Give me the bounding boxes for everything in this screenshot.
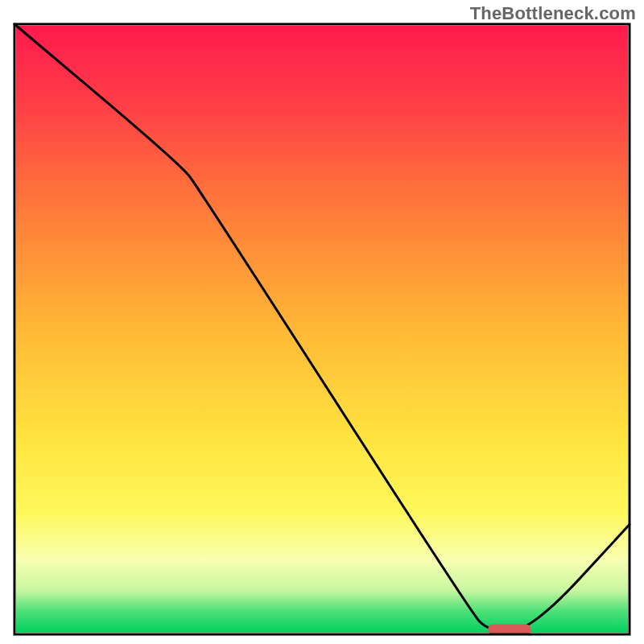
watermark-text: TheBottleneck.com xyxy=(470,3,636,24)
chart-container: TheBottleneck.com xyxy=(0,0,644,644)
bottleneck-chart xyxy=(0,0,644,644)
optimal-range-marker xyxy=(488,624,530,634)
plot-background xyxy=(16,26,628,633)
